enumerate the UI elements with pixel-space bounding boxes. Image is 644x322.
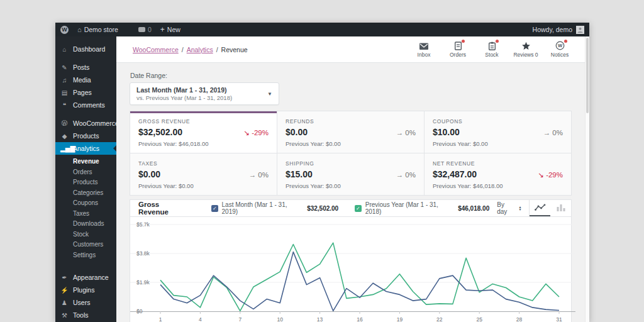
submenu-item-coupons[interactable]: Coupons	[55, 198, 116, 209]
card-previous-year: Previous Year: $0.00	[433, 140, 563, 147]
y-axis-tick: $1.9k	[136, 279, 150, 286]
card-value: $0.00	[286, 127, 308, 137]
user-avatar[interactable]	[576, 26, 584, 34]
stock-icon	[488, 41, 496, 50]
interval-select[interactable]: By day ▲▼	[489, 200, 529, 216]
sidebar-item-tools[interactable]: ⚒Tools	[55, 309, 116, 321]
chart-header: Gross Revenue ✓Last Month (Mar 1 - 31, 2…	[130, 200, 571, 217]
breadcrumb-analytics[interactable]: Analytics	[187, 46, 213, 53]
activity-orders[interactable]: Orders	[444, 41, 472, 58]
howdy-text[interactable]: Howdy, demo	[533, 26, 572, 33]
orders-icon	[454, 41, 462, 50]
x-axis-tick: 7	[238, 316, 242, 322]
sidebar-item-appearance[interactable]: ✒Appearance	[55, 271, 116, 284]
submenu-item-taxes[interactable]: Taxes	[55, 209, 116, 219]
submenu-item-customers[interactable]: Customers	[55, 240, 116, 250]
appearance-icon: ✒	[60, 274, 69, 281]
card-value: $15.00	[286, 169, 313, 179]
sidebar-item-products[interactable]: ◆Products	[55, 130, 116, 142]
submenu-item-stock[interactable]: Stock	[55, 230, 116, 240]
summary-card-gross-revenue[interactable]: GROSS REVENUE$32,502.00↘ -29%Previous Ye…	[130, 111, 277, 153]
card-delta: ↘ -29%	[243, 128, 269, 137]
card-value: $32,502.00	[138, 127, 182, 137]
summary-card-shipping[interactable]: SHIPPING$15.00→ 0%Previous Year: $0.00	[277, 153, 424, 195]
submenu-item-settings[interactable]: Settings	[55, 250, 116, 261]
main-content: WooCommerce/Analytics/Revenue InboxOrder…	[116, 36, 585, 322]
x-axis-tick: 4	[199, 316, 202, 322]
svg-text:W: W	[557, 43, 562, 48]
analytics-icon: ▂▅▇	[60, 145, 69, 152]
card-value: $10.00	[433, 127, 460, 137]
sidebar-item-woocommerce[interactable]: ⓌWooCommerce	[55, 117, 116, 130]
checkbox-checked-icon[interactable]: ✓	[211, 205, 218, 212]
y-axis-tick: $5.7k	[136, 221, 150, 228]
date-range-dropdown[interactable]: Last Month (Mar 1 - 31, 2019) vs. Previo…	[130, 82, 279, 105]
activity-notices[interactable]: WNotices	[546, 41, 574, 58]
activity-inbox[interactable]: Inbox	[410, 41, 438, 58]
card-label: COUPONS	[433, 118, 563, 125]
store-activity-panel: InboxOrdersStockReviews 0WNotices	[410, 41, 574, 58]
submenu-item-products[interactable]: Products	[55, 177, 116, 188]
summary-card-net-revenue[interactable]: NET REVENUE$32,487.00↘ -29%Previous Year…	[425, 153, 571, 195]
breadcrumb-woocommerce[interactable]: WooCommerce	[133, 46, 179, 53]
site-name-link[interactable]: ⌂ Demo store	[77, 26, 118, 33]
date-range-selected: Last Month (Mar 1 - 31, 2019)	[136, 86, 267, 94]
revenue-line-chart[interactable]: $5.7k$3.8k$1.9k$01471013161922252831Mar …	[130, 217, 571, 322]
card-delta: → 0%	[396, 129, 416, 136]
activity-reviews-0[interactable]: Reviews 0	[512, 41, 540, 58]
bar-chart-icon	[557, 204, 565, 211]
x-axis-tick: 19	[397, 316, 402, 322]
submenu-item-categories[interactable]: Categories	[55, 188, 116, 199]
card-value: $0.00	[138, 169, 160, 179]
chevron-down-icon: ▼	[267, 91, 272, 97]
activity-stock[interactable]: Stock	[478, 41, 506, 58]
summary-card-coupons[interactable]: COUPONS$10.00→ 0%Previous Year: $0.00	[425, 111, 571, 153]
x-axis-tick: 25	[476, 316, 482, 322]
home-icon: ⌂	[77, 26, 82, 33]
submenu-item-revenue[interactable]: Revenue	[55, 157, 116, 167]
card-previous-year: Previous Year: $46,018.00	[138, 140, 269, 147]
submenu-item-downloads[interactable]: Downloads	[55, 219, 116, 230]
checkbox-checked-icon[interactable]: ✓	[355, 205, 362, 212]
y-axis-tick: $0	[136, 308, 142, 314]
pages-icon: ▤	[60, 89, 69, 96]
inbox-icon	[419, 41, 429, 50]
sidebar-item-users[interactable]: ♟Users	[55, 296, 116, 309]
x-axis-tick: 16	[357, 316, 362, 322]
analytics-submenu: RevenueOrdersProductsCategoriesCouponsTa…	[55, 155, 116, 265]
submenu-item-orders[interactable]: Orders	[55, 167, 116, 178]
browser-viewport: W ⌂ Demo store 0 + New Howdy, demo	[55, 23, 589, 322]
card-delta: → 0%	[249, 171, 269, 179]
date-range-label: Date Range:	[130, 72, 572, 79]
x-axis-tick: 31	[556, 316, 562, 322]
sidebar-item-pages[interactable]: ▤Pages	[55, 86, 116, 99]
card-label: NET REVENUE	[433, 160, 563, 167]
card-previous-year: Previous Year: $0.00	[286, 182, 416, 189]
wp-admin-sidebar: ⌂Dashboard✎Posts♫Media▤Pages❝CommentsⓌWo…	[55, 36, 116, 322]
sidebar-item-plugins[interactable]: ⚡Plugins	[55, 284, 116, 296]
sidebar-item-comments[interactable]: ❝Comments	[55, 99, 116, 111]
card-label: REFUNDS	[286, 118, 416, 125]
scrollbar[interactable]	[585, 36, 589, 322]
sidebar-item-dashboard[interactable]: ⌂Dashboard	[55, 43, 116, 55]
chart-controls: By day ▲▼	[489, 200, 571, 216]
summary-card-refunds[interactable]: REFUNDS$0.00→ 0%Previous Year: $0.00	[277, 111, 424, 153]
plugins-icon: ⚡	[60, 287, 69, 294]
card-delta: → 0%	[396, 171, 416, 179]
card-previous-year: Previous Year: $46,018.00	[433, 182, 563, 189]
bar-chart-toggle[interactable]	[550, 200, 571, 216]
summary-card-taxes[interactable]: TAXES$0.00→ 0%Previous Year: $0.00	[130, 153, 277, 195]
sidebar-item-posts[interactable]: ✎Posts	[55, 61, 116, 74]
comments-count-link[interactable]: 0	[138, 26, 152, 33]
new-content-link[interactable]: + New	[160, 25, 180, 34]
legend-item-previous-year[interactable]: ✓Previous Year (Mar 1 - 31, 2018)$46,018…	[355, 201, 489, 215]
wordpress-logo-icon[interactable]: W	[60, 26, 69, 34]
line-chart-toggle[interactable]	[530, 200, 550, 216]
scrollbar-thumb[interactable]	[586, 38, 589, 113]
legend-item-last-month[interactable]: ✓Last Month (Mar 1 - 31, 2019)$32,502.00	[211, 201, 338, 215]
card-delta: → 0%	[543, 129, 563, 136]
sidebar-item-media[interactable]: ♫Media	[55, 74, 116, 86]
card-label: GROSS REVENUE	[138, 118, 269, 125]
posts-icon: ✎	[60, 64, 69, 71]
sidebar-item-analytics[interactable]: ▂▅▇Analytics	[55, 142, 116, 155]
